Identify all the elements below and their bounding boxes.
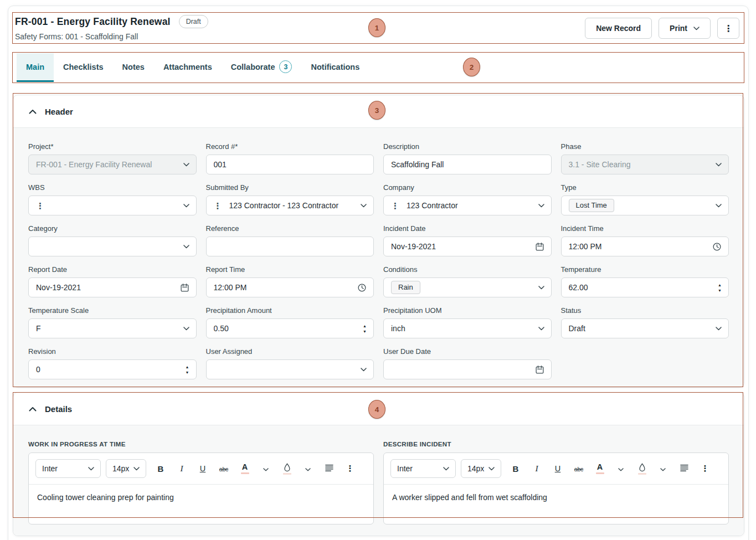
field-value: FR-001 - Energy Facility Renewal (36, 160, 183, 169)
field-conditions: ConditionsRain (383, 265, 552, 297)
field-value: F (36, 324, 183, 333)
font-select[interactable]: Inter (35, 459, 101, 478)
font-color-button[interactable]: A (238, 460, 251, 477)
phase-select[interactable]: 3.1 - Site Clearing (561, 155, 729, 174)
bold-icon: B (158, 464, 164, 474)
calendar-icon (180, 283, 189, 292)
conditions-chip-select[interactable]: Rain (383, 277, 552, 297)
field-value: Draft (569, 324, 716, 333)
wbs-select[interactable]: ⋮ (28, 196, 197, 215)
bold-button[interactable]: B (509, 460, 522, 477)
user-assigned-select[interactable] (206, 359, 374, 379)
number-spinner[interactable]: ▲▼ (718, 283, 722, 292)
print-button[interactable]: Print (659, 18, 711, 39)
editor-content[interactable]: A worker slipped and fell from wet scaff… (384, 485, 728, 510)
chevron-down-icon (538, 327, 544, 331)
editor-label: WORK IN PROGRESS AT TIME (28, 441, 374, 448)
strikethrough-button[interactable]: abc (217, 460, 230, 477)
temperature-number[interactable]: 62.00▲▼ (561, 277, 729, 297)
details-section-toggle[interactable]: Details (13, 393, 744, 425)
new-record-label: New Record (596, 24, 641, 33)
header-section-toggle[interactable]: Header (13, 95, 744, 128)
clock-icon (712, 242, 722, 251)
field-label: Submitted By (206, 183, 374, 192)
bold-button[interactable]: B (154, 460, 167, 477)
font-color-icon: A (596, 463, 604, 474)
underline-button[interactable]: U (196, 460, 209, 477)
more-actions-button[interactable]: ⋮ (717, 18, 739, 39)
tab-notes[interactable]: Notes (113, 53, 154, 82)
underline-button[interactable]: U (551, 460, 564, 477)
field-submitted-by: Submitted By⋮123 Contractor - 123 Contra… (206, 183, 374, 215)
tab-attachments[interactable]: Attachments (154, 53, 222, 82)
status-select[interactable]: Draft (561, 318, 729, 338)
revision-number[interactable]: 0▲▼ (28, 359, 197, 379)
field-label: Description (383, 142, 552, 151)
field-value: Nov-19-2021 (391, 242, 535, 251)
strikethrough-button[interactable]: abc (572, 460, 585, 477)
incident-date-date[interactable]: Nov-19-2021 (383, 236, 552, 256)
italic-button[interactable]: I (175, 460, 188, 477)
field-revision: Revision0▲▼ (28, 347, 197, 379)
incident-time-time[interactable]: 12:00 PM (561, 236, 729, 256)
precipitation-uom-select[interactable]: inch (383, 318, 552, 338)
report-date-date[interactable]: Nov-19-2021 (28, 277, 197, 297)
editor-content[interactable]: Cooling tower cleaning prep for painting (29, 485, 373, 510)
font-select[interactable]: Inter (390, 459, 456, 478)
font-color-button[interactable]: A (593, 460, 606, 477)
font-color-menu-button[interactable] (259, 460, 272, 477)
number-spinner[interactable]: ▲▼ (186, 365, 189, 374)
user-due-date-date[interactable] (383, 359, 552, 379)
kebab-icon[interactable]: ⋮ (36, 202, 44, 210)
chevron-down-icon (538, 204, 544, 208)
chevron-down-icon (488, 467, 495, 471)
field-value: 12:00 PM (569, 242, 713, 251)
precipitation-amount-number[interactable]: 0.50▲▼ (206, 318, 374, 338)
tab-main[interactable]: Main (17, 53, 54, 82)
font-color-menu-button[interactable] (614, 460, 628, 477)
new-record-button[interactable]: New Record (585, 18, 652, 39)
field-label: Incident Time (561, 224, 729, 233)
type-chip-select[interactable]: Lost Time (561, 196, 729, 215)
chevron-down-icon (716, 327, 722, 331)
highlight-color-menu-button[interactable] (301, 460, 315, 477)
value-chip: Rain (391, 281, 420, 294)
header-form-grid: Project*FR-001 - Energy Facility Renewal… (13, 128, 744, 387)
highlight-color-menu-button[interactable] (656, 460, 670, 477)
alignment-button[interactable] (677, 460, 691, 477)
number-spinner[interactable]: ▲▼ (363, 324, 367, 333)
field-label: Temperature (561, 265, 729, 274)
field-value: 123 Contractor - 123 Contractor (229, 201, 361, 210)
report-time-time[interactable]: 12:00 PM (206, 277, 374, 297)
alignment-button[interactable] (322, 460, 336, 477)
font-size-select-value: 14px (112, 464, 133, 473)
highlight-color-button[interactable] (635, 460, 649, 477)
highlight-color-button[interactable] (280, 460, 294, 477)
temperature-scale-select[interactable]: F (28, 318, 197, 338)
project-select[interactable]: FR-001 - Energy Facility Renewal (28, 155, 197, 174)
category-select[interactable] (28, 236, 197, 256)
tab-checklists[interactable]: Checklists (54, 53, 113, 82)
italic-button[interactable]: I (530, 460, 543, 477)
field-status: StatusDraft (561, 306, 729, 338)
submitted-by-select[interactable]: ⋮123 Contractor - 123 Contractor (206, 196, 374, 215)
bold-icon: B (513, 464, 519, 474)
field-value (214, 246, 367, 247)
kebab-icon[interactable]: ⋮ (391, 202, 399, 210)
description-text[interactable]: Scaffolding Fall (383, 155, 552, 174)
title-row: FR-001 - Energy Facility Renewal Draft (15, 15, 208, 28)
font-size-select[interactable]: 14px (106, 459, 146, 478)
tab-notifications[interactable]: Notifications (301, 53, 369, 82)
company-select[interactable]: ⋮123 Contractor (383, 196, 552, 215)
font-size-select[interactable]: 14px (461, 459, 501, 478)
field-value: 12:00 PM (214, 283, 358, 292)
record-text[interactable]: 001 (206, 155, 374, 174)
kebab-icon[interactable]: ⋮ (214, 202, 222, 210)
more-options-button[interactable]: ⋮ (343, 460, 357, 477)
tab-label: Notifications (311, 63, 359, 71)
more-options-button[interactable]: ⋮ (698, 460, 712, 477)
editor-label: DESCRIBE INCIDENT (383, 441, 729, 448)
tab-collaborate[interactable]: Collaborate3 (222, 53, 302, 82)
field-label: Record #* (206, 142, 374, 151)
reference-text[interactable] (206, 236, 374, 256)
